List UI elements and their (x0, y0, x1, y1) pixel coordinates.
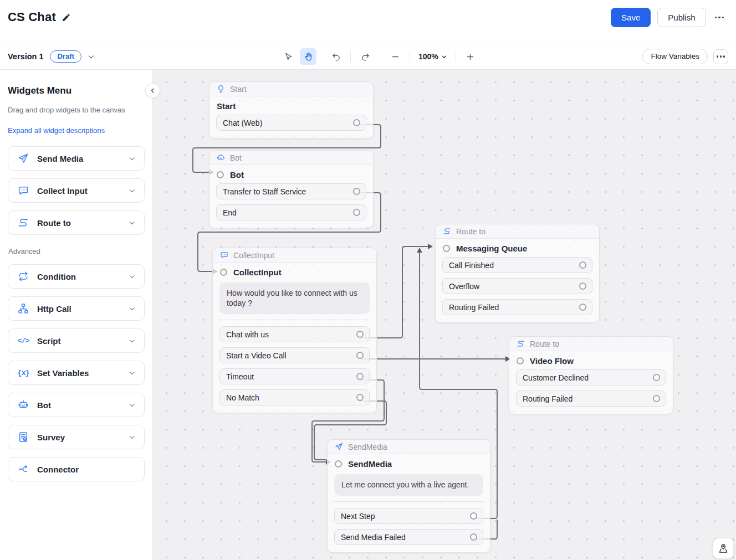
message-bubble: How would you like to connect with us to… (219, 282, 370, 314)
send-media-icon (17, 153, 29, 164)
output-port[interactable] (353, 209, 360, 216)
edit-pencil-icon[interactable] (62, 13, 71, 22)
zoom-in-button[interactable] (462, 48, 479, 65)
minimap-button[interactable] (713, 538, 734, 559)
widget-card-condition[interactable]: Condition (8, 264, 145, 289)
widget-card-collect-input[interactable]: Collect Input (8, 178, 145, 203)
node-collectinput[interactable]: CollectInput CollectInput How would you … (212, 248, 377, 413)
set-variables-icon: {x} (17, 369, 29, 377)
output-port[interactable] (653, 395, 660, 402)
flow-variables-button[interactable]: Flow Variables (642, 49, 708, 64)
node-collectinput-header[interactable]: CollectInput (213, 248, 376, 263)
node-output-row: Overflow (442, 278, 592, 294)
widget-card-set-variables[interactable]: {x} Set Variables (8, 361, 145, 385)
node-route-header[interactable]: Route to (509, 337, 673, 351)
chevron-down-icon[interactable] (128, 433, 136, 441)
output-port[interactable] (356, 331, 364, 338)
zoom-level-dropdown[interactable]: 100% (416, 52, 449, 61)
node-type-label: Bot (230, 153, 242, 162)
widget-card-route-to[interactable]: Route to (8, 210, 145, 235)
node-output-row: Transfer to Staff Service (216, 183, 366, 199)
input-port[interactable] (217, 171, 224, 178)
chevron-down-icon[interactable] (128, 187, 136, 195)
output-port[interactable] (356, 394, 364, 401)
node-bot-header[interactable]: Bot (209, 151, 373, 165)
bot-icon (217, 153, 225, 162)
node-output-row: Routing Failed (516, 391, 666, 407)
node-route-messaging-queue[interactable]: Route to Messaging Queue Call Finished O… (435, 224, 600, 323)
toolbar-more-icon[interactable] (713, 49, 728, 64)
node-type-label: Start (230, 85, 247, 94)
publish-button[interactable]: Publish (657, 8, 706, 27)
divider (219, 320, 370, 320)
collect-input-icon (17, 185, 29, 196)
widget-card-bot[interactable]: Bot (8, 393, 145, 417)
node-title: Start (209, 96, 373, 115)
sidebar-title: Widgets Menu (8, 85, 145, 96)
pan-hand-tool[interactable] (300, 48, 316, 65)
sidebar-collapse-button[interactable] (145, 83, 160, 98)
widget-card-script[interactable]: </> Script (8, 328, 145, 353)
widget-card-connector[interactable]: Connector (8, 457, 145, 481)
collect-input-icon (220, 251, 228, 259)
output-port[interactable] (579, 261, 586, 269)
node-route-video-flow[interactable]: Route to Video Flow Customer Declined Ro… (509, 336, 673, 414)
tool-group: 100% (280, 48, 479, 65)
zoom-out-button[interactable] (387, 48, 403, 65)
divider (334, 501, 483, 502)
widget-card-send-media[interactable]: Send Media (8, 146, 145, 171)
node-start-header[interactable]: Start (209, 82, 373, 96)
app-header: CS Chat Save Publish (0, 0, 736, 43)
route-to-icon (517, 340, 525, 348)
widget-card-http-call[interactable]: Http Call (8, 296, 145, 321)
chevron-down-icon[interactable] (128, 337, 136, 345)
input-port[interactable] (517, 357, 524, 364)
node-output-row: Start a Video Call (219, 347, 370, 363)
select-cursor-tool[interactable] (280, 48, 297, 65)
flow-builder-app: CS Chat Save Publish Version 1 Draft (0, 0, 736, 560)
chevron-down-icon[interactable] (128, 401, 136, 409)
node-output-row: Next Step (334, 508, 483, 524)
node-sendmedia-header[interactable]: SendMedia (328, 440, 490, 454)
node-title: CollectInput (213, 263, 376, 281)
chevron-down-icon[interactable] (128, 369, 136, 377)
output-port[interactable] (653, 374, 660, 381)
chevron-down-icon[interactable] (128, 155, 136, 163)
chevron-down-icon[interactable] (128, 305, 136, 313)
chevron-down-icon[interactable] (128, 273, 136, 281)
node-start[interactable]: Start Start Chat (Web) (209, 81, 374, 138)
node-title: SendMedia (328, 454, 490, 472)
input-port[interactable] (220, 269, 227, 276)
output-port[interactable] (356, 352, 364, 359)
output-port[interactable] (353, 119, 360, 126)
node-title: Bot (209, 165, 373, 183)
node-output-row: Customer Declined (516, 369, 666, 386)
advanced-section-label: Advanced (8, 247, 145, 255)
flow-canvas[interactable]: Start Start Chat (Web) Bot Bot (153, 70, 736, 560)
output-port[interactable] (356, 373, 364, 380)
header-more-icon[interactable] (713, 12, 727, 23)
node-output-row: Timeout (219, 368, 370, 384)
expand-descriptions-link[interactable]: Expand all widget descriptions (8, 126, 105, 135)
input-port[interactable] (335, 460, 342, 467)
output-port[interactable] (470, 512, 477, 520)
output-port[interactable] (353, 188, 360, 195)
message-bubble: Let me connect you with a live agent. (334, 474, 483, 496)
redo-button[interactable] (357, 48, 374, 65)
status-badge: Draft (50, 50, 81, 63)
output-port[interactable] (470, 533, 477, 541)
output-port[interactable] (579, 304, 586, 311)
widget-card-survey[interactable]: Survey (8, 425, 145, 449)
connector-icon (17, 464, 29, 475)
output-port[interactable] (579, 282, 586, 290)
node-sendmedia[interactable]: SendMedia SendMedia Let me connect you w… (327, 439, 490, 553)
node-bot[interactable]: Bot Bot Transfer to Staff Service End (209, 150, 374, 228)
save-button[interactable]: Save (611, 8, 651, 27)
chevron-down-icon[interactable] (128, 219, 136, 227)
version-chevron-down-icon[interactable] (87, 53, 95, 61)
input-port[interactable] (443, 245, 450, 252)
send-media-icon (335, 443, 343, 451)
undo-button[interactable] (328, 48, 344, 65)
node-route-header[interactable]: Route to (436, 224, 599, 239)
node-title: Messaging Queue (436, 239, 599, 257)
